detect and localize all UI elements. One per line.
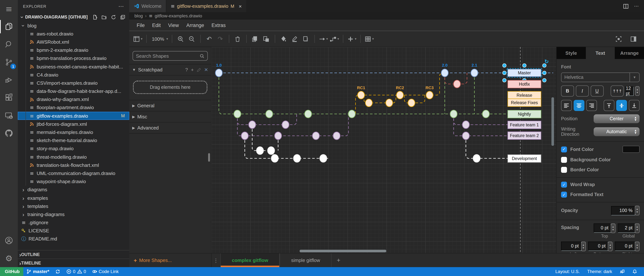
opacity-input[interactable]: 100 % (611, 206, 635, 215)
selection-handle[interactable] (502, 78, 506, 82)
file-bpmn-translation-process-drawio[interactable]: ≡bpmn-translation-process.drawio (18, 54, 129, 62)
zoom-out-icon[interactable] (187, 33, 197, 44)
delete-icon[interactable] (233, 33, 242, 44)
file-business-model-canvas-example-habit-[interactable]: business-model-canvas-example-habit... (18, 62, 129, 71)
add-page-icon[interactable]: + (332, 254, 346, 267)
commit-node-feature2-commits[interactable] (333, 132, 340, 140)
commit-node-feature1-commits[interactable] (249, 121, 256, 129)
page-tab-complex-gitflow[interactable]: complex gitflow (220, 254, 280, 267)
connection-style-button[interactable]: ▾ (318, 33, 328, 44)
editor-more-actions-icon[interactable]: ⋯ (634, 3, 639, 9)
italic-button[interactable]: I (576, 85, 589, 97)
border-color-checkbox[interactable] (561, 167, 567, 173)
more-shapes-button[interactable]: + More Shapes... (129, 254, 212, 267)
section-general[interactable]: ▶General (129, 100, 211, 111)
spacing-bottom-input[interactable]: 0 pt (588, 242, 608, 251)
code-link-status[interactable]: Code Link (89, 269, 122, 274)
menu-extras[interactable]: Extras (208, 21, 229, 29)
commit-node-feature1-commits[interactable] (282, 121, 289, 129)
explorer-more-actions-icon[interactable]: ⋯ (118, 3, 124, 10)
commit-node-dev-commits[interactable] (271, 154, 278, 162)
file--gitignore[interactable]: ≡.gitignore (18, 219, 129, 227)
format-panel-toggle-icon[interactable] (628, 33, 638, 44)
commit-node-nightly-commits[interactable] (234, 110, 241, 118)
file-uml-communication-diagram-drawio[interactable]: ≡UML-communication-diagram.drawio (18, 169, 129, 177)
file-csvimport-examples-drawio[interactable]: ≡CSVimport-examples.drawio (18, 79, 129, 87)
commit-node-nightly-commits[interactable] (304, 110, 312, 118)
commit-node-feature2-commits[interactable] (312, 132, 320, 140)
selection-handle[interactable] (502, 71, 506, 75)
timeline-section[interactable]: TIMELINE (18, 259, 129, 267)
page-tab-simple-gitflow[interactable]: simple gitflow (280, 254, 332, 267)
breadcrumb[interactable]: blog › ≡ gitflow-examples.drawio (129, 12, 644, 20)
remote-indicator[interactable]: GitHub (0, 267, 23, 276)
selection-handle[interactable] (502, 64, 506, 67)
fill-color-icon[interactable] (279, 33, 288, 44)
commit-node-feature2-commits[interactable] (241, 132, 248, 140)
spacing-right-input[interactable]: 0 pt (615, 242, 635, 251)
file-floorplan-apartment-drawio[interactable]: ≡floorplan-apartment.drawio (18, 104, 129, 112)
remote-explorer-icon[interactable] (0, 107, 18, 124)
underline-button[interactable]: U (590, 85, 604, 97)
new-folder-icon[interactable] (102, 14, 107, 20)
source-control-icon[interactable]: 1 (0, 53, 18, 71)
font-color-swatch[interactable] (622, 146, 640, 153)
feedback-icon[interactable] (616, 269, 628, 274)
file-readme-md[interactable]: ⓘREADME.md (18, 235, 129, 243)
file-bpmn-2-example-drawio[interactable]: ≡bpmn-2-example.drawio (18, 46, 129, 54)
file-threat-modelling-drawio[interactable]: ≡threat-modelling.drawio (18, 153, 129, 161)
scratchpad-close-icon[interactable]: ✕ (204, 67, 208, 72)
file-c4-drawio[interactable]: ≡C4.drawio (18, 71, 129, 79)
tag-label-RC2[interactable]: RC2 (396, 85, 404, 90)
selection-handle[interactable] (542, 78, 546, 82)
line-color-icon[interactable] (290, 33, 300, 44)
redo-icon[interactable]: ↷ (216, 33, 225, 44)
tab-gitflow-examples[interactable]: ≡ gitflow-examples.drawio M × (166, 0, 246, 12)
waypoint-style-button[interactable]: ▾ (330, 33, 339, 44)
to-back-icon[interactable] (262, 33, 271, 44)
refresh-icon[interactable] (111, 14, 116, 20)
align-right-button[interactable] (586, 100, 597, 111)
search-icon[interactable] (0, 35, 18, 53)
canvas-hscrollbar-thumb[interactable] (300, 250, 386, 252)
close-tab-icon[interactable]: × (239, 3, 242, 9)
vertical-text-button[interactable]: ↑↑↑ (611, 85, 624, 97)
menu-icon[interactable]: ≡ (0, 0, 18, 18)
selection-handle[interactable] (542, 71, 546, 75)
layout-status[interactable]: Layout: U.S. (552, 269, 583, 274)
file-sketch-theme-tutorial-drawio[interactable]: ≡sketch-theme-tutorial.drawio (18, 136, 129, 144)
shadow-icon[interactable] (301, 33, 311, 44)
branch-path-dev-right[interactable] (466, 136, 510, 158)
panel-resize-grip[interactable] (208, 153, 210, 162)
git-branch-status[interactable]: master* (23, 269, 52, 274)
account-icon[interactable] (0, 232, 18, 249)
search-shapes-input[interactable]: Search Shapes (132, 51, 208, 61)
extensions-icon[interactable] (0, 89, 18, 107)
branch-path-feature1-right[interactable] (454, 114, 510, 125)
commit-node-release-commits[interactable] (365, 99, 372, 107)
menu-edit[interactable]: Edit (149, 21, 164, 29)
folder-training-diagrams[interactable]: training-diagrams (18, 210, 129, 219)
file-aws-robot-drawio[interactable]: ≡aws-robot.drawio (18, 29, 129, 38)
align-center-button[interactable] (574, 100, 584, 111)
theme-status[interactable]: Theme: dark (584, 269, 615, 274)
commit-node-hotfix-commits[interactable] (454, 80, 460, 88)
canvas-vscrollbar-thumb[interactable] (552, 97, 554, 146)
scratchpad-add-icon[interactable]: + (191, 67, 194, 72)
spacing-global-input[interactable]: 2 pt (618, 224, 635, 232)
tag-label-RC1[interactable]: RC1 (357, 85, 365, 90)
formatted-text-checkbox[interactable]: ✓ (561, 192, 567, 198)
zoom-in-icon[interactable] (176, 33, 186, 44)
rotate-handle-icon[interactable]: ↻ (544, 58, 549, 64)
menu-view[interactable]: View (165, 21, 182, 29)
settings-gear-icon[interactable]: ⚙ (0, 249, 18, 267)
commit-node-release-commits[interactable] (408, 99, 415, 107)
sync-status[interactable] (52, 269, 63, 274)
commit-node-nightly-commits[interactable] (450, 110, 457, 118)
commit-node-feature2-commits[interactable] (274, 132, 282, 140)
font-size-stepper[interactable]: ▲▼ (635, 86, 640, 96)
file-data-flow-diagram-habit-tracker-app-d-[interactable]: ≡data-flow-diagram-habit-tracker-app.d..… (18, 87, 129, 95)
commit-node-master-commits[interactable] (441, 69, 448, 77)
font-family-dropdown-icon[interactable]: ▼ (630, 73, 639, 82)
spacing-top-input[interactable]: 0 pt (594, 224, 611, 232)
